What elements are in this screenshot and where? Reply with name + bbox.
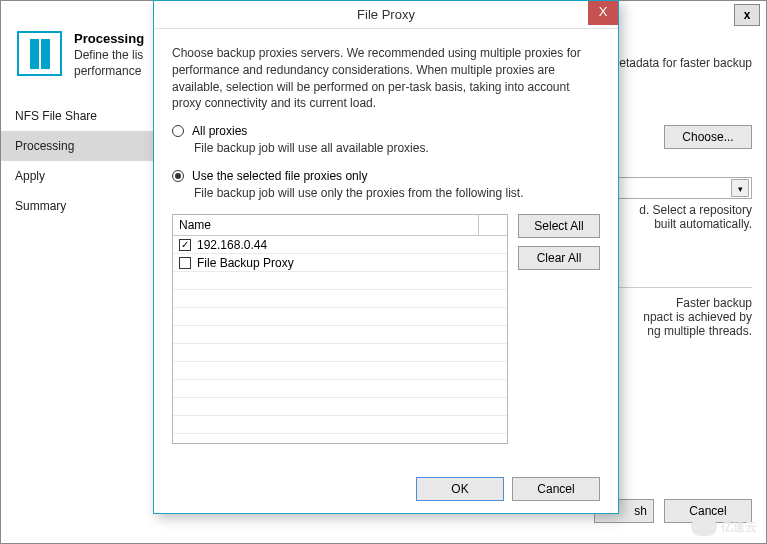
column-header-name[interactable]: Name xyxy=(173,215,479,235)
wizard-subtitle-1: Define the lis xyxy=(74,48,144,62)
checkbox-icon[interactable] xyxy=(179,257,191,269)
table-row xyxy=(173,380,507,398)
wizard-sidebar: NFS File Share Processing Apply Summary xyxy=(1,101,161,221)
radio-icon xyxy=(172,125,184,137)
dialog-description: Choose backup proxies servers. We recomm… xyxy=(172,45,600,112)
radio-all-label: All proxies xyxy=(192,124,247,138)
table-row[interactable]: File Backup Proxy xyxy=(173,254,507,272)
radio-icon xyxy=(172,170,184,182)
dialog-titlebar: File Proxy X xyxy=(154,1,618,29)
select-all-button[interactable]: Select All xyxy=(518,214,600,238)
wizard-cancel-button[interactable]: Cancel xyxy=(664,499,752,523)
radio-all-sub: File backup job will use all available p… xyxy=(194,141,600,155)
table-row xyxy=(173,272,507,290)
radio-selected-sub: File backup job will use only the proxie… xyxy=(194,186,600,200)
dialog-title: File Proxy xyxy=(357,7,415,22)
wizard-header: Processing Define the lis performance xyxy=(17,31,144,78)
proxy-name: File Backup Proxy xyxy=(197,256,294,270)
table-row xyxy=(173,362,507,380)
sidebar-item-apply[interactable]: Apply xyxy=(1,161,161,191)
radio-selected-proxies[interactable]: Use the selected file proxies only xyxy=(172,169,600,183)
wizard-title: Processing xyxy=(74,31,144,46)
processing-icon xyxy=(17,31,62,76)
proxy-table: Name 192.168.0.44 File Backup Proxy xyxy=(172,214,508,444)
clear-all-button[interactable]: Clear All xyxy=(518,246,600,270)
sidebar-item-nfs[interactable]: NFS File Share xyxy=(1,101,161,131)
radio-selected-label: Use the selected file proxies only xyxy=(192,169,367,183)
wizard-subtitle-2: performance xyxy=(74,64,144,78)
proxy-name: 192.168.0.44 xyxy=(197,238,267,252)
wizard-close-button[interactable]: x xyxy=(734,4,760,26)
dialog-close-button[interactable]: X xyxy=(588,1,618,25)
chevron-down-icon: ▾ xyxy=(731,179,749,197)
table-row xyxy=(173,326,507,344)
sidebar-item-summary[interactable]: Summary xyxy=(1,191,161,221)
table-row xyxy=(173,308,507,326)
table-row xyxy=(173,290,507,308)
table-header: Name xyxy=(173,215,507,236)
header-tail-text: etadata for faster backup xyxy=(619,56,752,70)
table-row[interactable]: 192.168.0.44 xyxy=(173,236,507,254)
table-row xyxy=(173,398,507,416)
radio-all-proxies[interactable]: All proxies xyxy=(172,124,600,138)
file-proxy-dialog: File Proxy X Choose backup proxies serve… xyxy=(153,0,619,514)
sidebar-item-processing[interactable]: Processing xyxy=(1,131,161,161)
cancel-button[interactable]: Cancel xyxy=(512,477,600,501)
table-row xyxy=(173,416,507,434)
ok-button[interactable]: OK xyxy=(416,477,504,501)
table-row xyxy=(173,344,507,362)
choose-button[interactable]: Choose... xyxy=(664,125,752,149)
checkbox-icon[interactable] xyxy=(179,239,191,251)
